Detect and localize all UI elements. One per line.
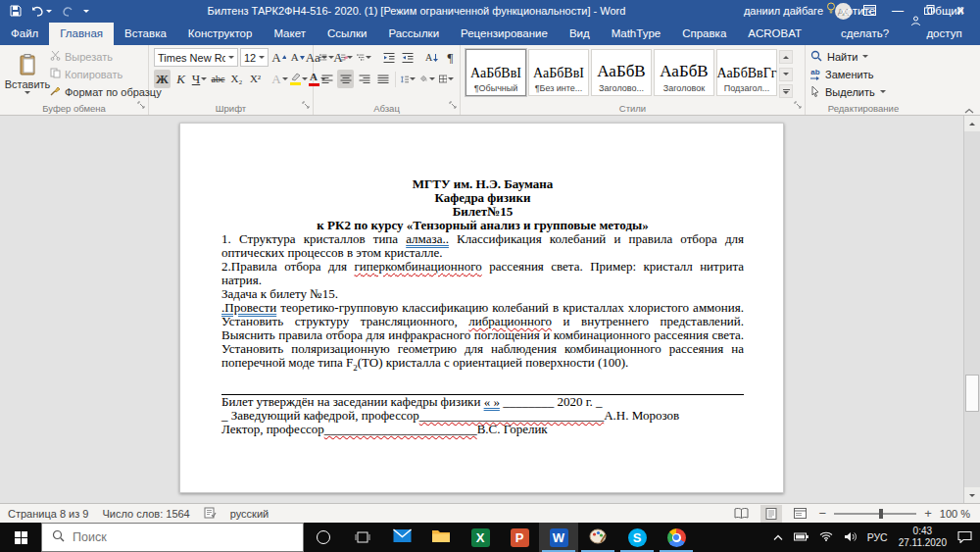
shading-button[interactable]: [418, 70, 435, 88]
align-right-button[interactable]: [356, 70, 372, 88]
align-left-button[interactable]: [318, 70, 335, 88]
task-view-button[interactable]: [343, 523, 382, 552]
web-layout-icon[interactable]: [790, 505, 811, 523]
word-app-button[interactable]: W: [539, 523, 578, 552]
document-page[interactable]: МГТУ им. Н.Э. Баумана Кафедра физики Бил…: [179, 123, 784, 493]
line-spacing-button[interactable]: [400, 70, 416, 88]
action-center-icon[interactable]: [957, 530, 972, 545]
file-explorer-button[interactable]: [421, 523, 461, 552]
zoom-level[interactable]: 100 %: [940, 508, 970, 520]
style-heading1[interactable]: АаБбВ Заголово...: [591, 49, 652, 96]
battery-icon[interactable]: [794, 531, 808, 543]
chrome-app-button[interactable]: [657, 523, 696, 552]
align-center-button[interactable]: [337, 70, 354, 88]
tab-home[interactable]: Главная: [49, 23, 114, 45]
italic-button[interactable]: К: [172, 70, 189, 88]
tab-layout[interactable]: Макет: [263, 23, 317, 45]
print-layout-icon[interactable]: [760, 505, 782, 523]
signed-in-user[interactable]: даниил дайбаге: [744, 5, 823, 17]
superscript-button[interactable]: X²: [247, 70, 264, 88]
tab-file[interactable]: Файл: [0, 23, 49, 45]
vertical-scrollbar[interactable]: [963, 116, 980, 503]
scrollbar-thumb[interactable]: [965, 375, 979, 412]
page-indicator[interactable]: Страница 8 из 9: [8, 508, 88, 520]
tab-design[interactable]: Конструктор: [177, 23, 264, 45]
wifi-icon[interactable]: [819, 531, 833, 543]
taskbar-search[interactable]: [41, 523, 304, 552]
borders-button[interactable]: [438, 70, 455, 88]
share-button[interactable]: Общий доступ: [910, 0, 966, 45]
styles-scroll-down-icon[interactable]: [779, 68, 793, 81]
hidden-icons-chevron-icon[interactable]: [773, 531, 783, 543]
tab-mailings[interactable]: Рассылки: [377, 23, 450, 45]
skype-app-button[interactable]: S: [617, 523, 657, 552]
copy-button[interactable]: Копировать: [50, 67, 162, 82]
redo-icon[interactable]: [62, 6, 74, 17]
styles-scroll-up-icon[interactable]: [779, 50, 793, 64]
justify-button[interactable]: [374, 70, 391, 88]
text-highlight-button[interactable]: [290, 70, 307, 88]
strikethrough-button[interactable]: abc: [210, 70, 226, 88]
increase-indent-button[interactable]: [399, 48, 416, 67]
tab-view[interactable]: Вид: [559, 23, 601, 45]
paragraph-dialog-launcher-icon[interactable]: [449, 95, 457, 113]
paste-dropdown-icon[interactable]: [24, 91, 30, 94]
volume-icon[interactable]: [844, 531, 857, 544]
start-button[interactable]: [0, 523, 41, 552]
language-indicator[interactable]: русский: [230, 508, 269, 520]
font-dialog-launcher-icon[interactable]: [302, 95, 310, 113]
styles-dialog-launcher-icon[interactable]: [794, 95, 802, 113]
style-heading2[interactable]: АаБбВ Заголовок: [654, 49, 714, 96]
show-marks-button[interactable]: ¶: [442, 48, 459, 67]
multilevel-list-button[interactable]: [356, 48, 372, 67]
clipboard-dialog-launcher-icon[interactable]: [137, 95, 145, 113]
save-icon[interactable]: [10, 5, 22, 17]
style-normal[interactable]: АаБбВвІ ¶Обычный: [466, 49, 526, 96]
font-size-combobox[interactable]: 12: [240, 48, 269, 67]
find-button[interactable]: Найти: [810, 49, 916, 65]
subscript-button[interactable]: X₂: [228, 70, 245, 88]
clock[interactable]: 0:4327.11.2020: [899, 526, 947, 549]
decrease-indent-button[interactable]: [380, 48, 397, 67]
language-switch[interactable]: РУС: [867, 531, 888, 543]
zoom-out-button[interactable]: −: [819, 506, 827, 521]
styles-gallery-more-icon[interactable]: [779, 84, 793, 98]
read-mode-icon[interactable]: [731, 505, 753, 523]
paint-app-button[interactable]: [578, 523, 617, 552]
search-input[interactable]: [73, 530, 259, 544]
bold-button[interactable]: Ж: [154, 70, 171, 88]
underline-button[interactable]: Ч: [191, 70, 208, 88]
zoom-in-button[interactable]: +: [924, 506, 932, 521]
undo-dropdown-icon[interactable]: [46, 10, 52, 13]
select-button[interactable]: Выделить: [810, 84, 916, 100]
sort-button[interactable]: А: [423, 48, 440, 67]
grow-font-button[interactable]: А: [270, 48, 287, 67]
tab-insert[interactable]: Вставка: [114, 23, 177, 45]
font-name-combobox[interactable]: Times New Rc: [154, 48, 238, 67]
scroll-up-icon[interactable]: [964, 116, 980, 131]
tab-help[interactable]: Справка: [671, 23, 737, 45]
shrink-font-button[interactable]: А: [289, 48, 306, 67]
mail-app-button[interactable]: [382, 523, 421, 552]
proofing-icon[interactable]: [204, 507, 217, 521]
tell-me-box[interactable]: Что вы хотите сделать?: [826, 0, 910, 45]
scrollbar-track[interactable]: [964, 131, 980, 487]
powerpoint-app-button[interactable]: P: [500, 523, 539, 552]
tab-review[interactable]: Рецензирование: [450, 23, 559, 45]
zoom-slider-thumb[interactable]: [879, 509, 883, 519]
word-count[interactable]: Число слов: 1564: [102, 508, 189, 520]
tab-mathtype[interactable]: MathType: [601, 23, 672, 45]
numbering-button[interactable]: [337, 48, 354, 67]
zoom-slider[interactable]: [834, 513, 916, 515]
text-effects-button[interactable]: А: [271, 70, 288, 88]
tab-acrobat[interactable]: ACROBAT: [737, 23, 812, 45]
tab-references[interactable]: Ссылки: [317, 23, 378, 45]
paste-button[interactable]: Вставить: [5, 48, 50, 100]
undo-icon[interactable]: [31, 6, 52, 17]
cortana-button[interactable]: [304, 523, 343, 552]
style-subtitle[interactable]: АаБбВвГг Подзагол...: [716, 49, 777, 96]
excel-app-button[interactable]: X: [461, 523, 500, 552]
replace-button[interactable]: ab Заменить: [810, 67, 916, 82]
style-no-spacing[interactable]: АаБбВвІ ¶Без инте...: [528, 49, 589, 96]
cut-button[interactable]: Вырезать: [50, 49, 162, 65]
